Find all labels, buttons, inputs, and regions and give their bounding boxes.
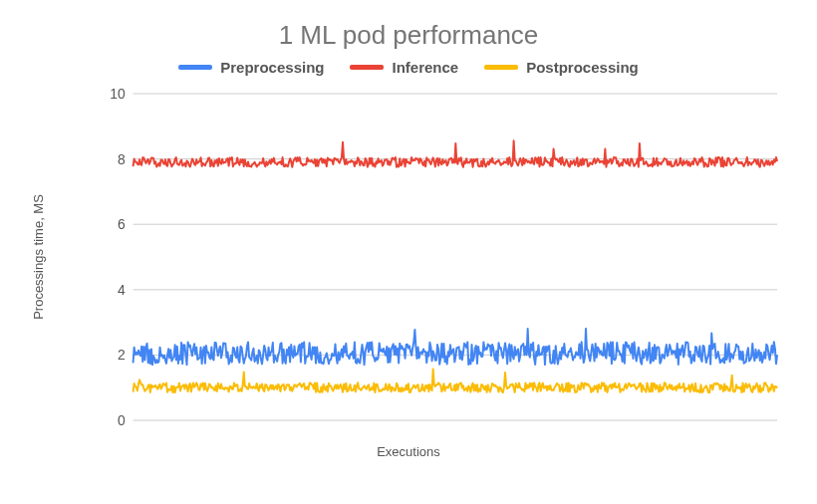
y-tick-label: 10 [110,86,126,102]
legend-item-postprocessing: Postprocessing [484,59,639,76]
legend-label: Postprocessing [526,59,639,76]
x-axis-label: Executions [24,444,793,459]
legend-item-preprocessing: Preprocessing [178,59,324,76]
y-tick-label: 8 [118,151,126,167]
series-inference [134,140,778,167]
legend-label: Inference [392,59,458,76]
y-tick-label: 2 [118,347,126,363]
series-postprocessing [134,370,778,393]
chart-title: 1 ML pod performance [24,20,793,51]
legend-item-inference: Inference [350,59,458,76]
legend-swatch-postprocessing [484,65,518,70]
chart-svg: 0246810 [94,88,783,426]
chart-container: 1 ML pod performance Preprocessing Infer… [0,0,817,504]
y-tick-label: 6 [118,216,126,232]
plot-area: Processings time, MS 0246810 [94,88,783,426]
y-tick-label: 0 [118,412,126,428]
legend: Preprocessing Inference Postprocessing [24,59,793,76]
legend-label: Preprocessing [220,59,324,76]
y-axis-label: Processings time, MS [31,194,46,320]
series-preprocessing [134,329,778,365]
y-tick-label: 4 [118,282,126,298]
legend-swatch-preprocessing [178,65,212,70]
legend-swatch-inference [350,65,384,70]
